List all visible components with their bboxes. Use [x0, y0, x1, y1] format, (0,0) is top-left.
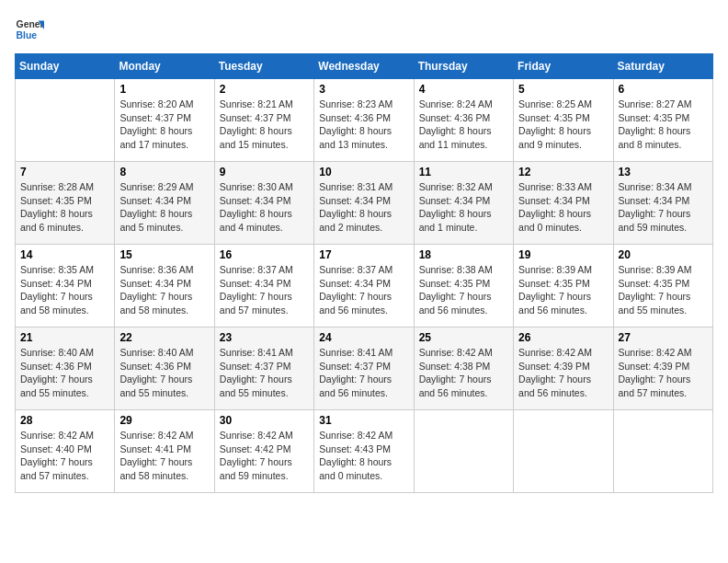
calendar-cell: 17Sunrise: 8:37 AMSunset: 4:34 PMDayligh…: [314, 245, 414, 327]
day-number: 2: [220, 83, 309, 96]
day-info: Sunrise: 8:29 AMSunset: 4:34 PMDaylight:…: [119, 180, 209, 235]
calendar-week-row: 7Sunrise: 8:28 AMSunset: 4:35 PMDaylight…: [16, 162, 713, 245]
calendar-cell: 6Sunrise: 8:27 AMSunset: 4:35 PMDaylight…: [613, 79, 712, 162]
column-header-friday: Friday: [514, 54, 613, 79]
day-number: 26: [518, 331, 608, 344]
calendar-cell: [613, 410, 712, 493]
calendar-cell: 24Sunrise: 8:41 AMSunset: 4:37 PMDayligh…: [314, 327, 414, 410]
day-info: Sunrise: 8:39 AMSunset: 4:35 PMDaylight:…: [518, 263, 608, 317]
day-number: 27: [619, 331, 708, 344]
calendar-cell: 22Sunrise: 8:40 AMSunset: 4:36 PMDayligh…: [115, 327, 214, 410]
day-info: Sunrise: 8:27 AMSunset: 4:35 PMDaylight:…: [619, 98, 708, 152]
day-info: Sunrise: 8:42 AMSunset: 4:43 PMDaylight:…: [319, 429, 408, 483]
calendar-cell: 10Sunrise: 8:31 AMSunset: 4:34 PMDayligh…: [314, 162, 414, 245]
day-number: 12: [518, 166, 608, 178]
calendar-cell: 21Sunrise: 8:40 AMSunset: 4:36 PMDayligh…: [16, 327, 115, 410]
calendar-cell: 20Sunrise: 8:39 AMSunset: 4:35 PMDayligh…: [613, 245, 712, 327]
calendar-cell: [414, 410, 513, 493]
day-number: 8: [119, 166, 209, 178]
column-header-tuesday: Tuesday: [214, 54, 313, 79]
calendar-cell: 18Sunrise: 8:38 AMSunset: 4:35 PMDayligh…: [414, 245, 513, 327]
day-number: 19: [518, 248, 608, 261]
column-header-sunday: Sunday: [16, 54, 115, 79]
calendar-cell: 4Sunrise: 8:24 AMSunset: 4:36 PMDaylight…: [414, 79, 513, 162]
day-info: Sunrise: 8:25 AMSunset: 4:35 PMDaylight:…: [518, 98, 608, 152]
day-number: 3: [319, 83, 408, 96]
column-header-wednesday: Wednesday: [314, 54, 414, 79]
day-number: 6: [619, 83, 708, 96]
day-info: Sunrise: 8:37 AMSunset: 4:34 PMDaylight:…: [220, 263, 309, 317]
day-info: Sunrise: 8:38 AMSunset: 4:35 PMDaylight:…: [419, 263, 508, 317]
calendar-cell: 3Sunrise: 8:23 AMSunset: 4:36 PMDaylight…: [314, 79, 414, 162]
day-number: 10: [319, 166, 408, 178]
calendar-table: SundayMondayTuesdayWednesdayThursdayFrid…: [15, 53, 713, 493]
day-info: Sunrise: 8:28 AMSunset: 4:35 PMDaylight:…: [20, 180, 109, 235]
day-info: Sunrise: 8:37 AMSunset: 4:34 PMDaylight:…: [319, 263, 408, 317]
day-number: 21: [20, 331, 109, 344]
day-number: 30: [220, 414, 309, 427]
day-number: 20: [619, 248, 708, 261]
day-info: Sunrise: 8:34 AMSunset: 4:34 PMDaylight:…: [619, 180, 708, 235]
column-header-thursday: Thursday: [414, 54, 513, 79]
day-info: Sunrise: 8:36 AMSunset: 4:34 PMDaylight:…: [119, 263, 209, 317]
day-number: 17: [319, 248, 408, 261]
day-number: 29: [119, 414, 209, 427]
calendar-cell: 28Sunrise: 8:42 AMSunset: 4:40 PMDayligh…: [16, 410, 115, 493]
day-number: 1: [119, 83, 209, 96]
calendar-cell: 13Sunrise: 8:34 AMSunset: 4:34 PMDayligh…: [613, 162, 712, 245]
day-info: Sunrise: 8:40 AMSunset: 4:36 PMDaylight:…: [119, 346, 209, 400]
day-info: Sunrise: 8:42 AMSunset: 4:41 PMDaylight:…: [119, 429, 209, 483]
day-number: 13: [619, 166, 708, 178]
calendar-week-row: 14Sunrise: 8:35 AMSunset: 4:34 PMDayligh…: [16, 245, 713, 327]
day-number: 16: [220, 248, 309, 261]
calendar-cell: 31Sunrise: 8:42 AMSunset: 4:43 PMDayligh…: [314, 410, 414, 493]
day-number: 18: [419, 248, 508, 261]
day-number: 5: [518, 83, 608, 96]
day-number: 4: [419, 83, 508, 96]
day-info: Sunrise: 8:33 AMSunset: 4:34 PMDaylight:…: [518, 180, 608, 235]
column-header-saturday: Saturday: [613, 54, 712, 79]
day-number: 23: [220, 331, 309, 344]
day-number: 22: [119, 331, 209, 344]
calendar-cell: 15Sunrise: 8:36 AMSunset: 4:34 PMDayligh…: [115, 245, 214, 327]
page-header: General Blue: [15, 15, 713, 44]
day-info: Sunrise: 8:21 AMSunset: 4:37 PMDaylight:…: [220, 98, 309, 152]
calendar-week-row: 1Sunrise: 8:20 AMSunset: 4:37 PMDaylight…: [16, 79, 713, 162]
day-number: 7: [20, 166, 109, 178]
calendar-week-row: 21Sunrise: 8:40 AMSunset: 4:36 PMDayligh…: [16, 327, 713, 410]
day-info: Sunrise: 8:39 AMSunset: 4:35 PMDaylight:…: [619, 263, 708, 317]
logo-icon: General Blue: [15, 15, 44, 44]
calendar-cell: [514, 410, 613, 493]
day-number: 24: [319, 331, 408, 344]
day-info: Sunrise: 8:40 AMSunset: 4:36 PMDaylight:…: [20, 346, 109, 400]
day-info: Sunrise: 8:35 AMSunset: 4:34 PMDaylight:…: [20, 263, 109, 317]
calendar-cell: 1Sunrise: 8:20 AMSunset: 4:37 PMDaylight…: [115, 79, 214, 162]
calendar-cell: 9Sunrise: 8:30 AMSunset: 4:34 PMDaylight…: [214, 162, 313, 245]
logo: General Blue: [15, 15, 44, 44]
day-info: Sunrise: 8:41 AMSunset: 4:37 PMDaylight:…: [220, 346, 309, 400]
calendar-cell: 29Sunrise: 8:42 AMSunset: 4:41 PMDayligh…: [115, 410, 214, 493]
calendar-cell: 2Sunrise: 8:21 AMSunset: 4:37 PMDaylight…: [214, 79, 313, 162]
day-info: Sunrise: 8:20 AMSunset: 4:37 PMDaylight:…: [119, 98, 209, 152]
day-info: Sunrise: 8:42 AMSunset: 4:40 PMDaylight:…: [20, 429, 109, 483]
calendar-week-row: 28Sunrise: 8:42 AMSunset: 4:40 PMDayligh…: [16, 410, 713, 493]
day-number: 31: [319, 414, 408, 427]
day-info: Sunrise: 8:42 AMSunset: 4:42 PMDaylight:…: [220, 429, 309, 483]
calendar-cell: 19Sunrise: 8:39 AMSunset: 4:35 PMDayligh…: [514, 245, 613, 327]
day-info: Sunrise: 8:42 AMSunset: 4:39 PMDaylight:…: [518, 346, 608, 400]
calendar-cell: 25Sunrise: 8:42 AMSunset: 4:38 PMDayligh…: [414, 327, 513, 410]
calendar-cell: 8Sunrise: 8:29 AMSunset: 4:34 PMDaylight…: [115, 162, 214, 245]
day-info: Sunrise: 8:42 AMSunset: 4:38 PMDaylight:…: [419, 346, 508, 400]
calendar-cell: [16, 79, 115, 162]
calendar-cell: 14Sunrise: 8:35 AMSunset: 4:34 PMDayligh…: [16, 245, 115, 327]
calendar-cell: 12Sunrise: 8:33 AMSunset: 4:34 PMDayligh…: [514, 162, 613, 245]
day-info: Sunrise: 8:41 AMSunset: 4:37 PMDaylight:…: [319, 346, 408, 400]
calendar-cell: 7Sunrise: 8:28 AMSunset: 4:35 PMDaylight…: [16, 162, 115, 245]
day-number: 14: [20, 248, 109, 261]
calendar-cell: 26Sunrise: 8:42 AMSunset: 4:39 PMDayligh…: [514, 327, 613, 410]
svg-text:Blue: Blue: [17, 30, 38, 40]
day-info: Sunrise: 8:30 AMSunset: 4:34 PMDaylight:…: [220, 180, 309, 235]
day-number: 28: [20, 414, 109, 427]
day-info: Sunrise: 8:42 AMSunset: 4:39 PMDaylight:…: [619, 346, 708, 400]
column-header-monday: Monday: [115, 54, 214, 79]
